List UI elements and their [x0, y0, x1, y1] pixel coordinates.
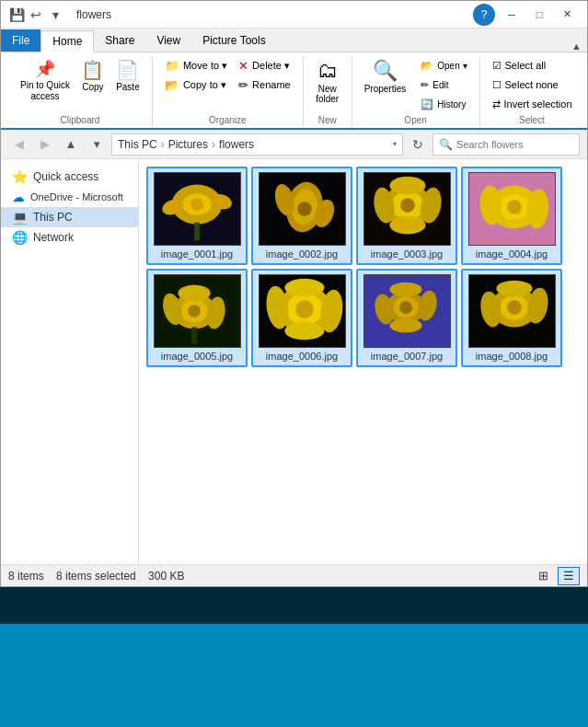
file-label-4: image_0004.jpg: [476, 248, 548, 260]
sidebar-label-this-pc: This PC: [33, 211, 73, 224]
svg-rect-34: [191, 328, 197, 344]
invert-selection-button[interactable]: ⇄ Invert selection: [488, 95, 577, 113]
recent-button[interactable]: ▾: [86, 133, 108, 156]
path-pictures[interactable]: Pictures: [168, 138, 208, 151]
delete-label: Delete ▾: [252, 60, 290, 72]
svg-point-16: [400, 198, 415, 213]
path-sep-2: ›: [212, 138, 215, 151]
ribbon-group-new: 🗂 Newfolder New: [304, 56, 352, 128]
svg-point-38: [295, 300, 314, 318]
file-item-2[interactable]: image_0002.jpg: [251, 167, 352, 265]
edit-button[interactable]: ✏ Edit: [416, 75, 471, 94]
file-thumb-6: [259, 274, 346, 348]
minimize-button[interactable]: ─: [499, 5, 525, 25]
qat-save[interactable]: 💾: [8, 6, 25, 23]
select-none-label: Select none: [505, 79, 559, 90]
svg-point-10: [297, 202, 312, 216]
move-to-label: Move to ▾: [183, 60, 227, 72]
svg-point-33: [178, 285, 210, 302]
delete-button[interactable]: ✕ Delete ▾: [234, 56, 295, 75]
organize-right: ✕ Delete ▾ ✏ Rename: [234, 56, 295, 94]
properties-icon: 🔍: [373, 59, 398, 83]
qat-dropdown[interactable]: ▾: [47, 6, 63, 23]
select-all-button[interactable]: ☑ Select all: [488, 56, 577, 75]
open-buttons: 🔍 Properties 📂 Open ▾ ✏ Edit 🔄 History: [360, 56, 472, 113]
svg-point-49: [389, 283, 421, 297]
copy-to-button[interactable]: 📂 Copy to ▾: [160, 75, 232, 94]
back-button[interactable]: ◀: [8, 133, 30, 156]
open-icon: 📂: [421, 60, 433, 72]
ribbon-group-select: ☑ Select all ☐ Select none ⇄ Invert sele…: [480, 56, 584, 128]
organize-buttons: 📁 Move to ▾ 📂 Copy to ▾ ✕ Delete ▾ ✏: [160, 56, 295, 113]
large-icons-view-button[interactable]: ⊞: [532, 567, 554, 585]
ribbon-collapse[interactable]: ▲: [566, 40, 587, 52]
copy-button[interactable]: 📋 Copy: [76, 56, 110, 95]
search-box[interactable]: 🔍: [432, 133, 580, 156]
file-item-8[interactable]: image_0008.jpg: [461, 269, 562, 367]
new-folder-button[interactable]: 🗂 Newfolder: [311, 56, 344, 107]
tab-file[interactable]: File: [1, 29, 40, 52]
history-button[interactable]: 🔄 History: [416, 95, 471, 113]
file-label-2: image_0002.jpg: [266, 248, 338, 260]
ribbon-group-open: 🔍 Properties 📂 Open ▾ ✏ Edit 🔄 History: [352, 56, 480, 128]
help-button[interactable]: ?: [473, 4, 495, 26]
svg-rect-6: [194, 223, 200, 241]
path-flowers[interactable]: flowers: [219, 138, 254, 151]
maximize-button[interactable]: □: [526, 5, 552, 25]
file-label-8: image_0008.jpg: [476, 351, 548, 362]
path-this-pc[interactable]: This PC: [118, 138, 157, 151]
address-path[interactable]: This PC › Pictures › flowers ▾: [111, 133, 403, 156]
paste-button[interactable]: 📄 Paste: [111, 56, 144, 95]
titlebar: 💾 ↩ ▾ flowers ? ─ □ ✕: [1, 1, 587, 29]
sidebar-item-network[interactable]: 🌐 Network: [1, 227, 138, 248]
sidebar-item-this-pc[interactable]: 💻 This PC: [1, 207, 138, 227]
up-button[interactable]: ▲: [60, 133, 82, 156]
file-item-3[interactable]: image_0003.jpg: [356, 167, 457, 265]
edit-icon: ✏: [421, 79, 429, 91]
rename-button[interactable]: ✏ Rename: [234, 75, 295, 94]
tab-share[interactable]: Share: [94, 29, 145, 52]
tab-view[interactable]: View: [145, 29, 191, 52]
file-label-3: image_0003.jpg: [371, 248, 443, 260]
network-icon: 🌐: [12, 230, 28, 245]
move-to-icon: 📁: [165, 59, 179, 73]
close-button[interactable]: ✕: [554, 5, 580, 25]
tab-home[interactable]: Home: [40, 30, 94, 52]
statusbar: 8 items 8 items selected 300 KB ⊞ ☰: [1, 564, 587, 586]
rename-label: Rename: [252, 79, 291, 90]
select-none-button[interactable]: ☐ Select none: [488, 75, 577, 94]
sidebar-label-onedrive: OneDrive - Microsoft: [30, 191, 123, 202]
details-view-button[interactable]: ☰: [558, 567, 580, 585]
file-item-1[interactable]: image_0001.jpg: [146, 167, 248, 265]
new-buttons: 🗂 Newfolder: [311, 56, 344, 113]
select-all-icon: ☑: [492, 60, 502, 72]
file-item-6[interactable]: image_0006.jpg: [251, 269, 352, 367]
ribbon-tab-bar: File Home Share View Picture Tools ▲: [1, 29, 587, 52]
qat-undo[interactable]: ↩: [28, 6, 44, 23]
open-button[interactable]: 📂 Open ▾: [416, 56, 471, 75]
file-thumb-3: [363, 172, 451, 246]
pin-button[interactable]: 📌 Pin to Quickaccess: [16, 56, 75, 105]
move-to-button[interactable]: 📁 Move to ▾: [160, 56, 232, 75]
copy-icon: 📋: [81, 59, 104, 81]
file-item-4[interactable]: image_0004.jpg: [461, 167, 562, 265]
search-input[interactable]: [456, 139, 567, 150]
file-item-7[interactable]: image_0007.jpg: [356, 269, 457, 367]
file-label-1: image_0001.jpg: [161, 248, 233, 260]
window-controls: ─ □ ✕: [499, 5, 580, 25]
file-item-5[interactable]: image_0005.jpg: [146, 269, 248, 367]
sidebar-item-quick-access[interactable]: ⭐ Quick access: [1, 167, 138, 187]
select-label: Select: [488, 113, 577, 128]
invert-icon: ⇄: [492, 98, 501, 110]
properties-button[interactable]: 🔍 Properties: [360, 56, 411, 97]
organize-label: Organize: [160, 113, 295, 128]
organize-left: 📁 Move to ▾ 📂 Copy to ▾: [160, 56, 232, 94]
refresh-button[interactable]: ↻: [407, 133, 429, 156]
select-all-label: Select all: [505, 60, 547, 71]
forward-button[interactable]: ▶: [34, 133, 56, 156]
quick-access-toolbar: 💾 ↩ ▾: [8, 6, 63, 23]
path-dropdown[interactable]: ▾: [393, 140, 397, 148]
sidebar-item-onedrive[interactable]: ☁ OneDrive - Microsoft: [1, 187, 138, 207]
tab-picture-tools[interactable]: Picture Tools: [191, 29, 276, 52]
svg-point-57: [496, 281, 532, 297]
